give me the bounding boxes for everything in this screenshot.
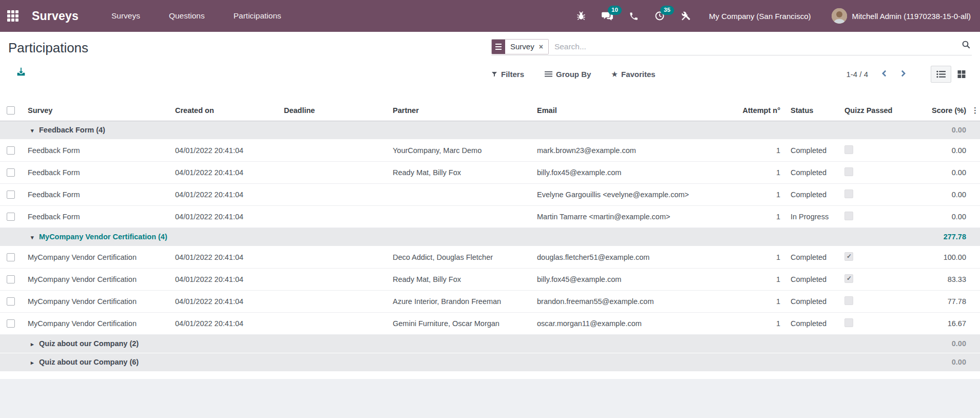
- export-button[interactable]: [15, 66, 27, 79]
- search-input[interactable]: [554, 42, 972, 51]
- cell-survey: Feedback Form: [23, 183, 170, 205]
- menu-item-surveys[interactable]: Surveys: [110, 8, 141, 24]
- row-checkbox[interactable]: [7, 191, 15, 199]
- menu-item-participations[interactable]: Participations: [233, 8, 282, 24]
- group-row[interactable]: ▸Quiz about our Company (2) 0.00: [0, 334, 980, 353]
- app-name[interactable]: Surveys: [32, 9, 79, 23]
- group-score: 0.00: [898, 121, 971, 139]
- apps-grid-icon[interactable]: [7, 10, 18, 22]
- table-row[interactable]: MyCompany Vendor Certification 04/01/202…: [0, 268, 980, 290]
- table-row[interactable]: Feedback Form 04/01/2022 20:41:04 Ready …: [0, 161, 980, 183]
- list-body: ▾Feedback Form (4) 0.00 Feedback Form 04…: [0, 121, 980, 371]
- row-checkbox[interactable]: [7, 168, 15, 177]
- column-header-survey[interactable]: Survey: [23, 100, 170, 121]
- tools-icon[interactable]: [680, 10, 692, 22]
- cell-email: Martin Tamarre <martin@example.com>: [532, 205, 732, 227]
- caret-right-icon: ▸: [31, 359, 39, 366]
- row-checkbox[interactable]: [7, 319, 15, 328]
- company-switcher[interactable]: My Company (San Francisco): [709, 12, 811, 21]
- cell-created-on: 04/01/2022 20:41:04: [170, 183, 279, 205]
- cell-score: 83.33: [898, 268, 971, 290]
- cell-attempt: 1: [732, 183, 785, 205]
- quizz-passed-checkbox: [844, 252, 853, 261]
- cell-deadline: [279, 183, 388, 205]
- activities-clock-icon[interactable]: 35: [654, 10, 666, 22]
- cell-survey: MyCompany Vendor Certification: [23, 268, 170, 290]
- cell-status: Completed: [785, 312, 839, 334]
- table-row[interactable]: MyCompany Vendor Certification 04/01/202…: [0, 312, 980, 334]
- search-facet-label: Survey: [510, 42, 534, 51]
- column-header-score[interactable]: Score (%): [898, 100, 971, 121]
- phone-icon[interactable]: [627, 10, 640, 22]
- cell-partner: [388, 205, 532, 227]
- favorites-button[interactable]: ★ Favorites: [611, 70, 655, 79]
- group-row[interactable]: ▾MyCompany Vendor Certification (4) 277.…: [0, 227, 980, 246]
- group-row[interactable]: ▸Quiz about our Company (6) 0.00: [0, 353, 980, 371]
- cell-status: Completed: [785, 268, 839, 290]
- table-row[interactable]: MyCompany Vendor Certification 04/01/202…: [0, 246, 980, 268]
- column-header-partner[interactable]: Partner: [388, 100, 532, 121]
- messages-icon[interactable]: 10: [601, 10, 613, 22]
- cell-status: Completed: [785, 183, 839, 205]
- user-menu[interactable]: Mitchell Admin (11970238-15-0-all): [832, 8, 971, 24]
- group-by-button[interactable]: Group By: [545, 70, 591, 79]
- filters-button[interactable]: Filters: [491, 70, 524, 79]
- cell-attempt: 1: [732, 246, 785, 268]
- cell-status: Completed: [785, 290, 839, 312]
- view-switcher: [931, 66, 972, 83]
- group-row[interactable]: ▾Feedback Form (4) 0.00: [0, 121, 980, 139]
- select-all-checkbox[interactable]: [7, 106, 15, 115]
- pager-next-button[interactable]: [887, 70, 906, 79]
- cell-deadline: [279, 312, 388, 334]
- kanban-view-button[interactable]: [951, 66, 972, 83]
- table-row[interactable]: Feedback Form 04/01/2022 20:41:04 Evelyn…: [0, 183, 980, 205]
- group-score: 277.78: [898, 227, 971, 246]
- pager-previous-button[interactable]: [868, 70, 887, 79]
- activities-badge: 35: [660, 6, 674, 15]
- optional-columns-icon[interactable]: ⋮: [971, 106, 979, 115]
- caret-down-icon: ▾: [31, 234, 39, 241]
- bug-icon[interactable]: [575, 10, 587, 22]
- quizz-passed-checkbox: [844, 212, 853, 220]
- quizz-passed-checkbox: [844, 189, 853, 198]
- column-header-deadline[interactable]: Deadline: [279, 100, 388, 121]
- pager-value[interactable]: 1-4 / 4: [846, 70, 868, 79]
- column-header-created-on[interactable]: Created on: [170, 100, 279, 121]
- cell-score: 100.00: [898, 246, 971, 268]
- cell-deadline: [279, 205, 388, 227]
- cell-email: brandon.freeman55@example.com: [532, 290, 732, 312]
- top-navbar: Surveys Surveys Questions Participations…: [0, 0, 980, 32]
- table-row[interactable]: Feedback Form 04/01/2022 20:41:04 YourCo…: [0, 139, 980, 161]
- list-view-button[interactable]: [931, 66, 951, 83]
- row-checkbox[interactable]: [7, 146, 15, 155]
- list-view: Survey Created on Deadline Partner Email…: [0, 100, 980, 372]
- column-header-email[interactable]: Email: [532, 100, 732, 121]
- cell-deadline: [279, 161, 388, 183]
- cell-score: 16.67: [898, 312, 971, 334]
- cell-score: 0.00: [898, 183, 971, 205]
- column-header-status[interactable]: Status: [785, 100, 839, 121]
- menu-item-questions[interactable]: Questions: [168, 8, 206, 24]
- search-facet: Survey ×: [491, 39, 549, 54]
- quizz-passed-checkbox: [844, 274, 853, 283]
- cell-partner: Azure Interior, Brandon Freeman: [388, 290, 532, 312]
- column-header-quizz-passed[interactable]: Quizz Passed: [839, 100, 898, 121]
- row-checkbox[interactable]: [7, 297, 15, 306]
- cell-attempt: 1: [732, 312, 785, 334]
- cell-email: mark.brown23@example.com: [532, 139, 732, 161]
- cell-attempt: 1: [732, 290, 785, 312]
- row-checkbox[interactable]: [7, 275, 15, 283]
- row-checkbox[interactable]: [7, 253, 15, 261]
- table-row[interactable]: MyCompany Vendor Certification 04/01/202…: [0, 290, 980, 312]
- cell-deadline: [279, 139, 388, 161]
- cell-attempt: 1: [732, 268, 785, 290]
- cell-score: 77.78: [898, 290, 971, 312]
- column-header-attempt[interactable]: Attempt n°: [732, 100, 785, 121]
- star-icon: ★: [611, 70, 618, 78]
- table-row[interactable]: Feedback Form 04/01/2022 20:41:04 Martin…: [0, 205, 980, 227]
- facet-remove-icon[interactable]: ×: [539, 43, 543, 50]
- cell-survey: MyCompany Vendor Certification: [23, 290, 170, 312]
- cell-partner: YourCompany, Marc Demo: [388, 139, 532, 161]
- row-checkbox[interactable]: [7, 213, 15, 221]
- cell-survey: Feedback Form: [23, 139, 170, 161]
